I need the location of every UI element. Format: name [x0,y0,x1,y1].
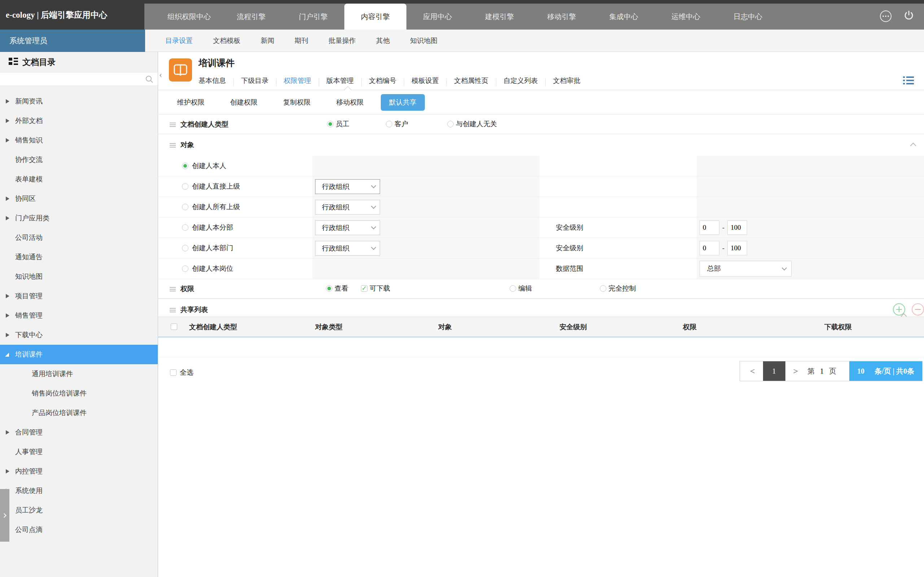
tree-item[interactable]: 协同区 [0,189,158,208]
top-nav-item-workflow[interactable]: 流程引擎 [220,0,282,29]
tab-template-settings[interactable]: 模板设置 [404,76,446,85]
expand-arrow-icon[interactable] [6,313,10,318]
tree-subitem[interactable]: 产品岗位培训课件 [0,403,158,423]
tree-item[interactable]: 员工沙龙 [0,501,158,520]
tab-other[interactable]: 其他 [376,36,390,45]
tab-batch-operation[interactable]: 批量操作 [328,36,356,45]
expand-arrow-icon[interactable] [6,430,10,435]
tree-item[interactable]: 人事管理 [0,442,158,462]
checkbox-downloadable[interactable] [361,285,367,292]
permission-option-downloadable[interactable]: 可下载 [361,284,390,293]
org-type-select[interactable]: 行政组织 [315,200,380,214]
tree-item-selected[interactable]: 培训课件 [0,345,158,364]
subtab-maintain-permission[interactable]: 维护权限 [164,98,217,107]
tree-item[interactable]: 表单建模 [0,169,158,189]
top-nav-item-integration[interactable]: 集成中心 [593,0,655,29]
org-type-select[interactable]: 行政组织 [315,220,380,235]
tree-item[interactable]: 门户应用类 [0,208,158,228]
security-level-max-input[interactable] [727,241,747,255]
expand-arrow-icon[interactable] [6,197,10,201]
tab-journal[interactable]: 期刊 [294,36,308,45]
expand-arrow-icon[interactable] [6,99,10,103]
tab-permission-management[interactable]: 权限管理 [276,76,319,85]
top-nav-item-modeling[interactable]: 建模引擎 [468,0,531,29]
page-size-control[interactable]: 10 条/页 | 共0条 [849,361,922,381]
expand-arrow-icon[interactable] [6,216,10,220]
radio-all-superiors[interactable] [182,204,188,210]
tree-item[interactable]: 公司活动 [0,228,158,247]
security-level-min-input[interactable] [699,241,719,255]
collapse-section-icon[interactable] [910,143,916,149]
tab-basic-info[interactable]: 基本信息 [199,76,234,85]
remove-row-icon[interactable] [912,303,924,316]
page-jump-input[interactable] [815,364,829,378]
next-page-button[interactable]: > [793,366,798,376]
radio-full-control[interactable] [600,285,606,292]
expand-arrow-icon[interactable] [6,119,10,123]
subtab-move-permission[interactable]: 移动权限 [323,98,376,107]
expand-arrow-icon[interactable] [6,294,10,298]
tab-custom-list[interactable]: 自定义列表 [496,76,545,85]
tree-item[interactable]: 销售管理 [0,306,158,325]
creator-type-option-customer[interactable]: 客户 [386,119,408,129]
list-view-icon[interactable] [903,76,914,87]
tab-doc-number[interactable]: 文档编号 [361,76,404,85]
tree-subitem[interactable]: 销售岗位培训课件 [0,384,158,403]
tab-knowledge-map[interactable]: 知识地图 [410,36,438,45]
top-nav-item-ops[interactable]: 运维中心 [655,0,717,29]
radio-view[interactable] [326,285,333,292]
radio-own-branch[interactable] [182,224,188,231]
radio-unrelated[interactable] [447,121,454,127]
tab-news[interactable]: 新闻 [261,36,274,45]
expand-arrow-icon[interactable] [6,469,10,474]
top-nav-item-content[interactable]: 内容引擎 [344,3,406,29]
sidebar-collapse-handle[interactable] [0,489,10,542]
expand-arrow-icon[interactable] [6,138,10,142]
top-nav-item-log[interactable]: 日志中心 [717,0,779,29]
tree-item[interactable]: 销售知识 [0,131,158,150]
search-input[interactable] [0,73,158,85]
radio-own-department[interactable] [182,245,188,251]
more-options-icon[interactable] [880,10,892,22]
permission-option-edit[interactable]: 编辑 [510,284,532,293]
tree-item[interactable]: 协作交流 [0,150,158,169]
tab-sub-directory[interactable]: 下级目录 [234,76,276,85]
subtab-copy-permission[interactable]: 复制权限 [270,98,323,107]
top-nav-item-app[interactable]: 应用中心 [406,0,468,29]
creator-type-option-unrelated[interactable]: 与创建人无关 [447,119,497,129]
radio-employee[interactable] [327,121,333,127]
subtab-create-permission[interactable]: 创建权限 [217,98,270,107]
subtab-default-share-button[interactable]: 默认共享 [381,94,425,111]
tab-directory-settings[interactable]: 目录设置 [165,36,193,45]
header-checkbox[interactable] [171,324,177,330]
radio-customer[interactable] [386,121,393,127]
select-all[interactable]: 全选 [170,368,194,377]
security-level-max-input[interactable] [727,220,747,235]
tree-item[interactable]: 通知通告 [0,247,158,267]
tree-item[interactable]: 项目管理 [0,286,158,306]
top-nav-item-portal[interactable]: 门户引擎 [282,0,344,29]
expand-arrow-icon[interactable] [6,333,10,337]
tree-item[interactable]: 下载中心 [0,325,158,345]
tree-item[interactable]: 内控管理 [0,462,158,481]
collapse-arrow-icon[interactable] [5,353,9,357]
radio-creator-self[interactable] [182,163,188,169]
tab-doc-template[interactable]: 文档模板 [213,36,241,45]
radio-edit[interactable] [510,285,516,292]
tree-subitem[interactable]: 通用培训课件 [0,364,158,384]
org-type-select[interactable]: 行政组织 [315,179,380,194]
tree-item[interactable]: 知识地图 [0,267,158,286]
tree-item[interactable]: 合同管理 [0,423,158,442]
creator-type-option-employee[interactable]: 员工 [327,119,349,129]
tab-version-management[interactable]: 版本管理 [319,76,361,85]
select-all-checkbox[interactable] [170,369,176,376]
tab-doc-approval[interactable]: 文档审批 [545,76,588,85]
top-nav-item-mobile[interactable]: 移动引擎 [531,0,593,29]
power-icon[interactable] [903,10,914,23]
tree-item[interactable]: 新闻资讯 [0,92,158,111]
permission-option-full-control[interactable]: 完全控制 [600,284,636,293]
org-type-select[interactable]: 行政组织 [315,241,380,256]
tree-item[interactable]: 外部文档 [0,111,158,131]
top-nav-item-org[interactable]: 组织权限中心 [158,0,220,29]
current-page-button[interactable]: 1 [763,361,785,381]
